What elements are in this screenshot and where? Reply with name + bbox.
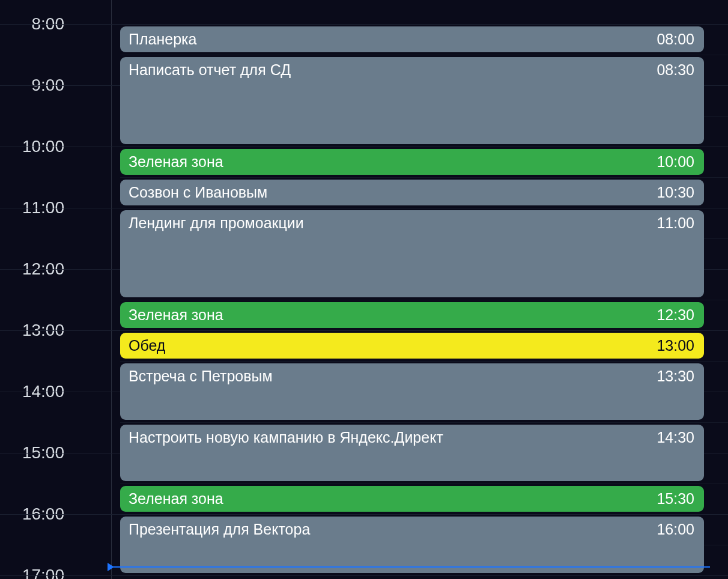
event-title: Обед [129,336,165,355]
event-time: 08:30 [657,61,694,79]
event-time: 08:00 [657,30,694,49]
event-title: Лендинг для промоакции [129,214,304,232]
event-time: 12:30 [657,306,694,324]
event-title: Презентация для Вектора [129,520,310,539]
event-time: 10:30 [657,183,694,202]
event-time: 10:00 [657,153,694,171]
event-time: 15:30 [657,490,694,508]
event-title: Зеленая зона [129,153,223,171]
calendar-event[interactable]: Планерка08:00 [120,26,704,52]
time-column: 8:009:0010:0011:0012:0013:0014:0015:0016… [0,0,111,579]
calendar-event[interactable]: Встреча с Петровым13:30 [120,363,704,420]
calendar-event[interactable]: Зеленая зона12:30 [120,302,704,328]
calendar-day-view: 8:009:0010:0011:0012:0013:0014:0015:0016… [0,0,728,579]
calendar-event[interactable]: Зеленая зона15:30 [120,486,704,512]
calendar-event[interactable]: Презентация для Вектора16:00 [120,517,704,573]
time-label: 17:00 [22,566,64,579]
event-title: Созвон с Ивановым [129,183,267,202]
event-title: Планерка [129,30,196,49]
event-title: Настроить новую кампанию в Яндекс.Директ [129,428,443,447]
event-time: 13:00 [657,336,694,355]
calendar-event[interactable]: Написать отчет для СД08:30 [120,57,704,144]
event-title: Зеленая зона [129,306,223,324]
event-title: Написать отчет для СД [129,61,291,79]
event-time: 14:30 [657,428,694,447]
calendar-event[interactable]: Зеленая зона10:00 [120,149,704,175]
events-area[interactable]: Планерка08:00Написать отчет для СД08:30З… [120,0,704,579]
time-axis [111,0,112,579]
event-time: 11:00 [657,214,694,232]
event-title: Встреча с Петровым [129,367,273,386]
current-time-indicator [110,566,710,568]
calendar-event[interactable]: Настроить новую кампанию в Яндекс.Директ… [120,425,704,481]
event-time: 16:00 [657,520,694,539]
calendar-event[interactable]: Обед13:00 [120,333,704,359]
event-title: Зеленая зона [129,490,223,508]
calendar-event[interactable]: Лендинг для промоакции11:00 [120,210,704,297]
event-time: 13:30 [657,367,694,386]
calendar-event[interactable]: Созвон с Ивановым10:30 [120,180,704,205]
